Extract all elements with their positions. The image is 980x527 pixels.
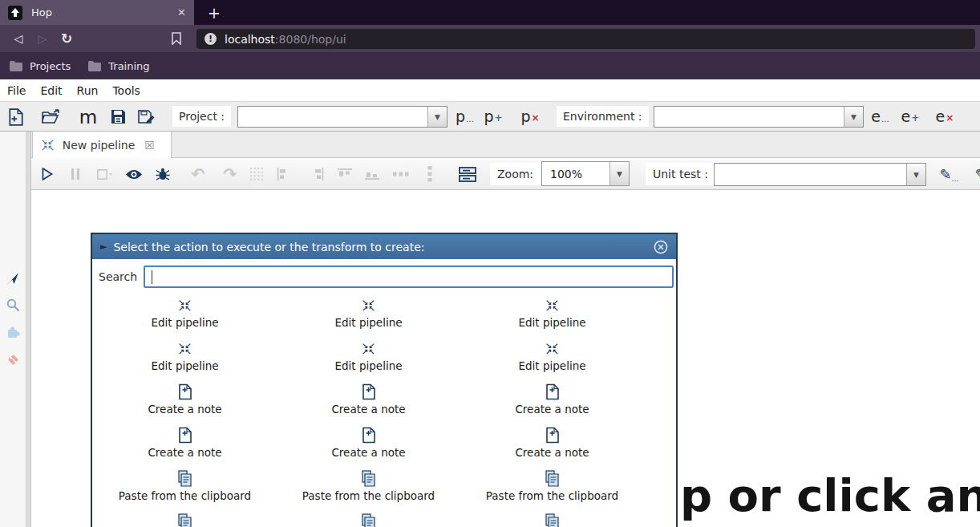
new-tab-button[interactable]: + [202, 0, 226, 25]
url-path: :8080/hop/ui [275, 33, 346, 46]
action-select-dialog: ► Select the action to execute or the tr… [91, 233, 678, 527]
run-icon[interactable] [42, 158, 54, 190]
unit-test-value[interactable] [715, 164, 906, 185]
dialog-item-label: Edit pipeline [152, 359, 219, 372]
metadata-button[interactable]: m [75, 104, 101, 129]
paste-icon [545, 513, 559, 527]
reload-icon[interactable]: ↻ [55, 30, 79, 47]
dialog-item[interactable]: ↘↙↗↖Edit pipeline [93, 294, 277, 337]
save-button[interactable] [105, 104, 131, 129]
forward-icon[interactable]: ▷ [30, 32, 55, 45]
unit-test-dropdown-icon[interactable]: ▼ [906, 164, 925, 185]
bookmark-folder-training[interactable]: Training [88, 60, 149, 72]
project-value[interactable] [238, 107, 427, 127]
tab-close-icon[interactable]: ☒ [144, 139, 155, 152]
dialog-item-label: Edit pipeline [519, 359, 586, 372]
git-perspective-icon[interactable] [0, 349, 26, 370]
search-label: Search [99, 270, 137, 283]
dialog-item[interactable]: ↘↙↗↖Edit pipeline [93, 337, 277, 380]
menu-edit[interactable]: Edit [33, 84, 69, 97]
zoom-value[interactable]: 100% [542, 162, 609, 185]
browser-tab-bar: Hop ✕ + [0, 0, 980, 25]
pipeline-icon: ↘↙↗↖ [362, 339, 375, 358]
environment-dropdown-icon[interactable]: ▼ [844, 107, 863, 127]
edit-environment-button[interactable]: e… [869, 106, 891, 128]
plugins-perspective-icon[interactable] [0, 322, 26, 343]
dialog-item[interactable]: Paste from the clipboard [93, 467, 277, 510]
paste-icon [362, 469, 375, 488]
unit-test-combobox[interactable]: ▼ [714, 163, 926, 186]
tab-close-icon[interactable]: ✕ [177, 6, 186, 18]
add-environment-button[interactable]: e+ [899, 106, 921, 128]
open-file-button[interactable] [38, 104, 64, 129]
pause-icon[interactable] [71, 158, 79, 190]
zoom-dropdown-icon[interactable]: ▼ [609, 162, 629, 185]
bookmark-folder-projects[interactable]: Projects [10, 60, 71, 72]
back-icon[interactable]: ◁ [6, 32, 30, 45]
edit-unit-test-icon[interactable]: ✎… [939, 158, 958, 190]
dialog-item[interactable]: Create a note [460, 424, 644, 467]
dialog-item[interactable]: Paste from the clipboard [277, 467, 460, 510]
delete-environment-button[interactable]: e× [933, 106, 956, 128]
project-dropdown-icon[interactable]: ▼ [427, 107, 447, 127]
align-right-icon[interactable] [314, 158, 324, 190]
project-combobox[interactable]: ▼ [237, 106, 447, 128]
execution-results-icon[interactable] [459, 158, 476, 190]
stop-icon[interactable] [97, 158, 113, 190]
pipeline-icon: ↘↙↗↖ [178, 296, 192, 314]
file-tab-bar: ↘↙↗↖ New pipeline ☒ [31, 132, 980, 158]
note-icon [546, 426, 559, 444]
align-bottom-icon[interactable] [365, 158, 379, 190]
new-file-button[interactable] [3, 104, 29, 129]
preview-icon[interactable] [125, 158, 143, 190]
browser-tab[interactable]: Hop ✕ [0, 0, 194, 25]
dialog-header[interactable]: ► Select the action to execute or the tr… [92, 234, 676, 259]
dialog-item[interactable]: Create a note [277, 380, 460, 424]
dialog-item[interactable]: ↘↙↗↖Edit pipeline [460, 294, 644, 337]
dialog-item-label: Edit pipeline [519, 316, 586, 329]
url-bar[interactable]: ! localhost:8080/hop/ui [196, 29, 975, 49]
zoom-combobox[interactable]: 100% ▼ [541, 161, 630, 186]
undo-icon[interactable]: ↶ [192, 158, 205, 190]
dialog-item[interactable]: Paste from the clipboard [460, 467, 644, 510]
menu-file[interactable]: File [0, 84, 33, 97]
canvas-hint-text: p or click anyw [680, 469, 980, 521]
save-as-button[interactable] [134, 104, 160, 129]
snap-to-grid-icon[interactable] [250, 158, 263, 190]
bookmark-icon[interactable] [172, 32, 196, 45]
distribute-horizontal-icon[interactable] [393, 158, 409, 190]
search-perspective-icon[interactable] [0, 294, 26, 315]
dialog-item[interactable]: Create a note [93, 424, 277, 467]
redo-icon[interactable]: ↷ [224, 158, 237, 190]
align-left-icon[interactable] [277, 158, 288, 190]
add-project-button[interactable]: p+ [482, 106, 504, 128]
data-orchestration-perspective-icon[interactable] [0, 268, 26, 289]
menu-tools[interactable]: Tools [105, 84, 148, 97]
environment-value[interactable] [654, 107, 844, 127]
dialog-item[interactable] [277, 510, 460, 527]
tab-new-pipeline[interactable]: ↘↙↗↖ New pipeline ☒ [32, 132, 172, 158]
menu-run[interactable]: Run [70, 84, 106, 97]
dialog-item[interactable]: ↘↙↗↖Edit pipeline [277, 337, 460, 380]
dialog-item[interactable]: ↘↙↗↖Edit pipeline [460, 337, 644, 380]
delete-project-button[interactable]: p× [519, 106, 541, 128]
site-info-icon[interactable]: ! [205, 33, 217, 45]
clear-unit-test-icon[interactable]: ✎ [974, 158, 980, 190]
dialog-item[interactable] [460, 510, 644, 527]
search-input[interactable] [144, 266, 674, 288]
align-top-icon[interactable] [338, 158, 352, 190]
dialog-item[interactable]: Create a note [277, 424, 460, 467]
dialog-item[interactable]: Create a note [93, 380, 277, 424]
dialog-close-icon[interactable] [654, 240, 668, 254]
dialog-item[interactable]: Create a note [460, 380, 644, 424]
debug-icon[interactable] [156, 158, 170, 190]
dialog-item[interactable]: ↘↙↗↖Edit pipeline [277, 294, 460, 337]
environment-combobox[interactable]: ▼ [654, 106, 864, 128]
edit-project-button[interactable]: p… [453, 106, 476, 128]
paste-icon [178, 513, 192, 527]
zoom-label: Zoom: [490, 163, 541, 185]
perspective-sidebar [0, 132, 26, 527]
dialog-item-label: Paste from the clipboard [119, 489, 251, 502]
dialog-item[interactable] [93, 510, 277, 527]
distribute-vertical-icon[interactable] [427, 158, 433, 190]
